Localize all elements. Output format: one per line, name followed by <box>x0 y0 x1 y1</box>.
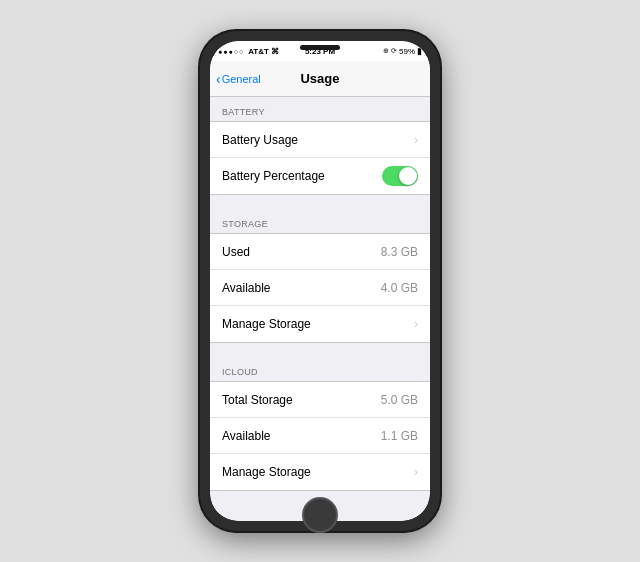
storage-available-item: Available 4.0 GB <box>210 270 430 306</box>
storage-manage-chevron: › <box>414 317 418 331</box>
chevron-right-icon: › <box>414 133 418 147</box>
back-button[interactable]: ‹ General <box>216 71 261 87</box>
battery-usage-label: Battery Usage <box>222 133 298 147</box>
battery-section: BATTERY Battery Usage › Battery Percenta… <box>210 97 430 195</box>
battery-section-body: Battery Usage › Battery Percentage <box>210 121 430 195</box>
battery-percentage-label: Battery Percentage <box>222 169 325 183</box>
nav-bar: ‹ General Usage <box>210 61 430 97</box>
storage-section: STORAGE Used 8.3 GB Available 4.0 GB Man… <box>210 209 430 343</box>
back-chevron-icon: ‹ <box>216 71 221 87</box>
battery-icon: ▮ <box>417 46 422 56</box>
back-label: General <box>222 73 261 85</box>
status-bar: ●●●○○ AT&T ⌘ 5:23 PM ⊕ ⟳ 59% ▮ <box>210 41 430 61</box>
rotation-icon: ⟳ <box>391 47 397 55</box>
icloud-section-body: Total Storage 5.0 GB Available 1.1 GB Ma… <box>210 381 430 491</box>
storage-manage-item[interactable]: Manage Storage › <box>210 306 430 342</box>
storage-manage-label: Manage Storage <box>222 317 311 331</box>
location-icon: ⊕ <box>383 47 389 55</box>
battery-percentage-item[interactable]: Battery Percentage <box>210 158 430 194</box>
storage-used-label: Used <box>222 245 250 259</box>
storage-available-label: Available <box>222 281 270 295</box>
icloud-available-value: 1.1 GB <box>381 429 418 443</box>
speaker <box>300 45 340 50</box>
battery-usage-item[interactable]: Battery Usage › <box>210 122 430 158</box>
storage-used-value: 8.3 GB <box>381 245 418 259</box>
icloud-total-value: 5.0 GB <box>381 393 418 407</box>
chevron-right-icon: › <box>414 317 418 331</box>
battery-usage-chevron: › <box>414 133 418 147</box>
status-left: ●●●○○ AT&T ⌘ <box>218 47 279 56</box>
chevron-right-icon: › <box>414 465 418 479</box>
phone-device: ●●●○○ AT&T ⌘ 5:23 PM ⊕ ⟳ 59% ▮ ‹ General <box>200 31 440 531</box>
storage-section-body: Used 8.3 GB Available 4.0 GB Manage Stor… <box>210 233 430 343</box>
home-button[interactable] <box>302 497 338 533</box>
toggle-knob <box>399 167 417 185</box>
icloud-manage-label: Manage Storage <box>222 465 311 479</box>
icloud-manage-item[interactable]: Manage Storage › <box>210 454 430 490</box>
signal-indicator: ●●●○○ <box>218 48 244 55</box>
battery-section-header: BATTERY <box>210 97 430 121</box>
storage-available-value: 4.0 GB <box>381 281 418 295</box>
carrier-label: AT&T <box>248 47 269 56</box>
storage-used-item: Used 8.3 GB <box>210 234 430 270</box>
screen: ●●●○○ AT&T ⌘ 5:23 PM ⊕ ⟳ 59% ▮ ‹ General <box>210 41 430 521</box>
icloud-section-header: ICLOUD <box>210 357 430 381</box>
page-title: Usage <box>300 71 339 86</box>
storage-section-header: STORAGE <box>210 209 430 233</box>
icloud-available-label: Available <box>222 429 270 443</box>
content-area: BATTERY Battery Usage › Battery Percenta… <box>210 97 430 521</box>
icloud-section: ICLOUD Total Storage 5.0 GB Available 1.… <box>210 357 430 491</box>
battery-percentage-toggle[interactable] <box>382 166 418 186</box>
icloud-available-item: Available 1.1 GB <box>210 418 430 454</box>
status-right: ⊕ ⟳ 59% ▮ <box>383 46 422 56</box>
icloud-manage-chevron: › <box>414 465 418 479</box>
icloud-total-label: Total Storage <box>222 393 293 407</box>
wifi-icon: ⌘ <box>271 47 279 56</box>
battery-percent: 59% <box>399 47 415 56</box>
screen-wrapper: ●●●○○ AT&T ⌘ 5:23 PM ⊕ ⟳ 59% ▮ ‹ General <box>210 41 430 521</box>
icloud-total-item: Total Storage 5.0 GB <box>210 382 430 418</box>
